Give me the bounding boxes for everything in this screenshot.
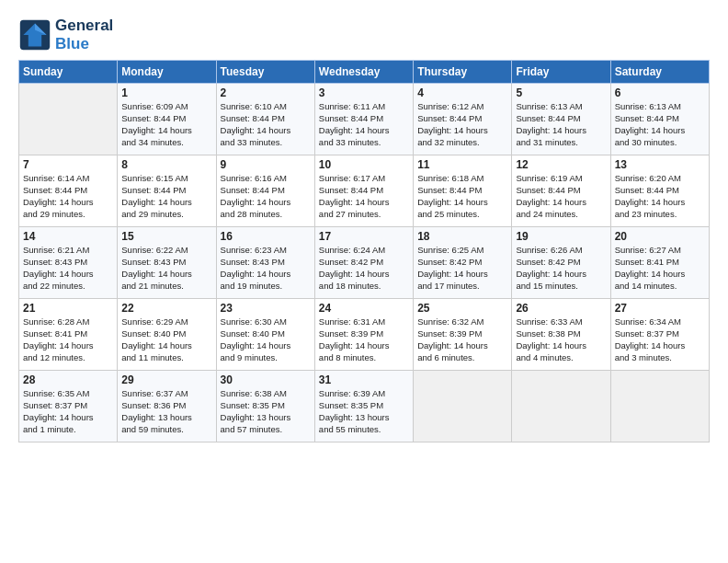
day-number: 9 [221, 158, 311, 171]
day-number: 18 [417, 230, 507, 243]
day-info: Sunrise: 6:34 AM Sunset: 8:37 PM Dayligh… [615, 316, 705, 363]
day-info: Sunrise: 6:32 AM Sunset: 8:39 PM Dayligh… [417, 316, 507, 363]
day-number: 4 [417, 86, 507, 99]
day-cell: 5Sunrise: 6:13 AM Sunset: 8:44 PM Daylig… [512, 84, 610, 155]
day-info: Sunrise: 6:29 AM Sunset: 8:40 PM Dayligh… [121, 316, 211, 363]
page: General Blue SundayMondayTuesdayWednesda… [0, 0, 728, 452]
day-header-sunday: Sunday [19, 61, 118, 84]
day-info: Sunrise: 6:27 AM Sunset: 8:41 PM Dayligh… [615, 245, 705, 292]
day-cell: 9Sunrise: 6:16 AM Sunset: 8:44 PM Daylig… [216, 155, 314, 227]
day-info: Sunrise: 6:30 AM Sunset: 8:40 PM Dayligh… [221, 316, 311, 363]
day-number: 17 [319, 230, 409, 243]
day-number: 21 [23, 302, 113, 315]
day-number: 22 [121, 302, 211, 315]
day-info: Sunrise: 6:22 AM Sunset: 8:43 PM Dayligh… [121, 245, 211, 292]
day-number: 27 [615, 302, 705, 315]
day-cell: 8Sunrise: 6:15 AM Sunset: 8:44 PM Daylig… [118, 155, 216, 227]
day-cell: 15Sunrise: 6:22 AM Sunset: 8:43 PM Dayli… [118, 227, 216, 299]
day-number: 25 [417, 302, 507, 315]
day-cell: 7Sunrise: 6:14 AM Sunset: 8:44 PM Daylig… [19, 155, 118, 227]
day-info: Sunrise: 6:17 AM Sunset: 8:44 PM Dayligh… [319, 173, 409, 220]
day-info: Sunrise: 6:12 AM Sunset: 8:44 PM Dayligh… [417, 101, 507, 148]
day-number: 10 [319, 158, 409, 171]
day-cell [19, 84, 118, 155]
week-row-4: 21Sunrise: 6:28 AM Sunset: 8:41 PM Dayli… [19, 299, 710, 371]
day-cell: 17Sunrise: 6:24 AM Sunset: 8:42 PM Dayli… [314, 227, 413, 299]
day-number: 29 [121, 373, 211, 386]
day-number: 5 [516, 86, 606, 99]
day-cell: 21Sunrise: 6:28 AM Sunset: 8:41 PM Dayli… [19, 299, 118, 371]
day-cell: 11Sunrise: 6:18 AM Sunset: 8:44 PM Dayli… [414, 155, 512, 227]
day-info: Sunrise: 6:16 AM Sunset: 8:44 PM Dayligh… [221, 173, 311, 220]
day-info: Sunrise: 6:26 AM Sunset: 8:42 PM Dayligh… [516, 245, 606, 292]
day-number: 14 [23, 230, 113, 243]
day-info: Sunrise: 6:39 AM Sunset: 8:35 PM Dayligh… [319, 388, 409, 435]
day-header-wednesday: Wednesday [314, 61, 413, 84]
day-cell: 1Sunrise: 6:09 AM Sunset: 8:44 PM Daylig… [118, 84, 216, 155]
day-cell: 28Sunrise: 6:35 AM Sunset: 8:37 PM Dayli… [19, 371, 118, 442]
day-cell: 27Sunrise: 6:34 AM Sunset: 8:37 PM Dayli… [610, 299, 709, 371]
day-info: Sunrise: 6:11 AM Sunset: 8:44 PM Dayligh… [319, 101, 409, 148]
day-info: Sunrise: 6:15 AM Sunset: 8:44 PM Dayligh… [121, 173, 211, 220]
day-cell: 16Sunrise: 6:23 AM Sunset: 8:43 PM Dayli… [216, 227, 314, 299]
week-row-1: 1Sunrise: 6:09 AM Sunset: 8:44 PM Daylig… [19, 84, 710, 155]
day-cell: 31Sunrise: 6:39 AM Sunset: 8:35 PM Dayli… [314, 371, 413, 442]
day-cell: 14Sunrise: 6:21 AM Sunset: 8:43 PM Dayli… [19, 227, 118, 299]
logo: General Blue [18, 17, 113, 52]
day-number: 26 [516, 302, 606, 315]
day-info: Sunrise: 6:19 AM Sunset: 8:44 PM Dayligh… [516, 173, 606, 220]
day-number: 20 [615, 230, 705, 243]
logo-text: General Blue [55, 17, 113, 52]
day-info: Sunrise: 6:37 AM Sunset: 8:36 PM Dayligh… [121, 388, 211, 435]
week-row-2: 7Sunrise: 6:14 AM Sunset: 8:44 PM Daylig… [19, 155, 710, 227]
day-cell: 13Sunrise: 6:20 AM Sunset: 8:44 PM Dayli… [610, 155, 709, 227]
day-info: Sunrise: 6:10 AM Sunset: 8:44 PM Dayligh… [221, 101, 311, 148]
day-cell: 10Sunrise: 6:17 AM Sunset: 8:44 PM Dayli… [314, 155, 413, 227]
day-info: Sunrise: 6:33 AM Sunset: 8:38 PM Dayligh… [516, 316, 606, 363]
day-number: 11 [417, 158, 507, 171]
day-info: Sunrise: 6:18 AM Sunset: 8:44 PM Dayligh… [417, 173, 507, 220]
day-info: Sunrise: 6:23 AM Sunset: 8:43 PM Dayligh… [221, 245, 311, 292]
day-number: 24 [319, 302, 409, 315]
day-cell: 6Sunrise: 6:13 AM Sunset: 8:44 PM Daylig… [610, 84, 709, 155]
day-cell: 4Sunrise: 6:12 AM Sunset: 8:44 PM Daylig… [414, 84, 512, 155]
day-info: Sunrise: 6:25 AM Sunset: 8:42 PM Dayligh… [417, 245, 507, 292]
day-cell: 20Sunrise: 6:27 AM Sunset: 8:41 PM Dayli… [610, 227, 709, 299]
day-cell: 2Sunrise: 6:10 AM Sunset: 8:44 PM Daylig… [216, 84, 314, 155]
day-info: Sunrise: 6:21 AM Sunset: 8:43 PM Dayligh… [23, 245, 113, 292]
day-cell: 29Sunrise: 6:37 AM Sunset: 8:36 PM Dayli… [118, 371, 216, 442]
day-info: Sunrise: 6:13 AM Sunset: 8:44 PM Dayligh… [615, 101, 705, 148]
day-cell [512, 371, 610, 442]
day-info: Sunrise: 6:14 AM Sunset: 8:44 PM Dayligh… [23, 173, 113, 220]
day-info: Sunrise: 6:20 AM Sunset: 8:44 PM Dayligh… [615, 173, 705, 220]
week-row-3: 14Sunrise: 6:21 AM Sunset: 8:43 PM Dayli… [19, 227, 710, 299]
week-row-5: 28Sunrise: 6:35 AM Sunset: 8:37 PM Dayli… [19, 371, 710, 442]
day-number: 23 [221, 302, 311, 315]
day-number: 6 [615, 86, 705, 99]
day-info: Sunrise: 6:09 AM Sunset: 8:44 PM Dayligh… [121, 101, 211, 148]
day-cell [610, 371, 709, 442]
day-cell [414, 371, 512, 442]
day-info: Sunrise: 6:38 AM Sunset: 8:35 PM Dayligh… [221, 388, 311, 435]
day-cell: 18Sunrise: 6:25 AM Sunset: 8:42 PM Dayli… [414, 227, 512, 299]
day-cell: 30Sunrise: 6:38 AM Sunset: 8:35 PM Dayli… [216, 371, 314, 442]
header: General Blue [18, 17, 710, 52]
day-number: 16 [221, 230, 311, 243]
day-number: 19 [516, 230, 606, 243]
day-number: 31 [319, 373, 409, 386]
day-header-thursday: Thursday [414, 61, 512, 84]
day-header-saturday: Saturday [610, 61, 709, 84]
day-info: Sunrise: 6:35 AM Sunset: 8:37 PM Dayligh… [23, 388, 113, 435]
day-number: 12 [516, 158, 606, 171]
day-number: 13 [615, 158, 705, 171]
calendar-table: SundayMondayTuesdayWednesdayThursdayFrid… [18, 60, 710, 442]
logo-icon [18, 18, 51, 52]
day-number: 30 [221, 373, 311, 386]
day-number: 8 [121, 158, 211, 171]
day-number: 1 [121, 86, 211, 99]
day-cell: 23Sunrise: 6:30 AM Sunset: 8:40 PM Dayli… [216, 299, 314, 371]
day-number: 15 [121, 230, 211, 243]
day-header-friday: Friday [512, 61, 610, 84]
day-cell: 26Sunrise: 6:33 AM Sunset: 8:38 PM Dayli… [512, 299, 610, 371]
day-cell: 25Sunrise: 6:32 AM Sunset: 8:39 PM Dayli… [414, 299, 512, 371]
